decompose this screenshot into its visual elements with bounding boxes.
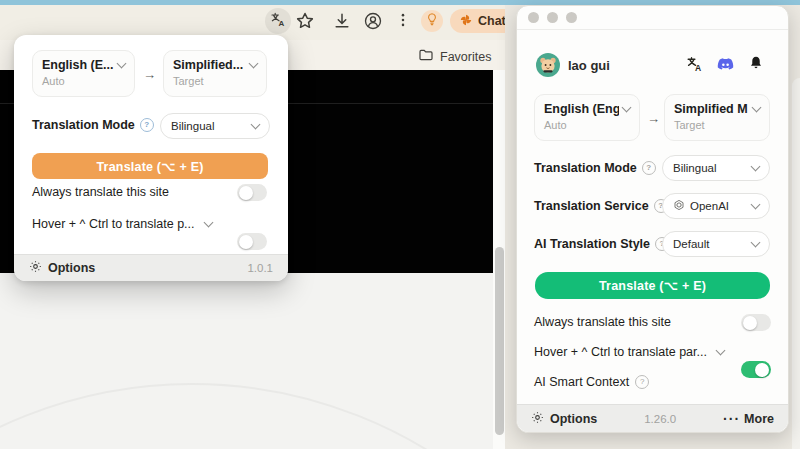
translate-extension-button[interactable]: A: [265, 8, 291, 34]
translation-mode-label: Translation Mode ?: [32, 118, 154, 132]
ai-style-select[interactable]: Default: [662, 231, 770, 257]
translation-service-select[interactable]: OpenAI: [662, 193, 770, 219]
target-language-sub: Target: [173, 75, 257, 87]
page-background: [0, 273, 505, 449]
info-icon[interactable]: ?: [635, 375, 649, 389]
chevron-down-icon: [251, 120, 261, 130]
hover-translate-label: Hover + ^ Ctrl to translate par...: [534, 345, 724, 359]
favorites-folder[interactable]: Favorites: [418, 47, 491, 66]
extension-popup: English (E... Auto → Simplified... Targe…: [14, 35, 288, 281]
chevron-down-icon[interactable]: [203, 218, 213, 228]
star-icon: [295, 11, 315, 35]
info-icon[interactable]: ?: [642, 161, 656, 175]
translate-button[interactable]: Translate (⌥ + E): [32, 153, 268, 179]
chevron-down-icon: [751, 238, 761, 248]
target-language-selector[interactable]: Simplified M Target: [664, 94, 770, 141]
profile-icon: [363, 11, 383, 35]
translate-icon: A: [686, 55, 703, 76]
chat-button-label: Chat: [478, 14, 506, 28]
notifications-button[interactable]: [748, 55, 764, 75]
folder-icon: [418, 47, 434, 66]
chevron-down-icon[interactable]: [716, 346, 726, 356]
version-label: 1.0.1: [247, 262, 273, 274]
favorites-label: Favorites: [440, 50, 491, 64]
source-language-selector[interactable]: English (Eng Auto: [534, 94, 640, 141]
chevron-down-icon: [622, 103, 632, 113]
discord-button[interactable]: [716, 55, 735, 78]
openai-icon: [673, 199, 685, 213]
target-language-sub: Target: [674, 119, 760, 131]
right-page-edge: [792, 78, 800, 449]
download-icon: [332, 11, 352, 35]
translate-button[interactable]: Translate (⌥ + E): [535, 272, 770, 299]
always-translate-label: Always translate this site: [534, 315, 671, 329]
chevron-down-icon: [249, 59, 259, 69]
profile-button[interactable]: [363, 11, 383, 35]
chevron-down-icon: [117, 59, 127, 69]
always-translate-toggle[interactable]: [741, 314, 771, 331]
translation-mode-label: Translation Mode ?: [534, 161, 656, 175]
traffic-light-close[interactable]: [528, 12, 539, 23]
source-language-sub: Auto: [544, 119, 630, 131]
downloads-button[interactable]: [332, 11, 352, 35]
source-language-name: English (E...: [42, 58, 114, 72]
chevron-down-icon: [752, 103, 762, 113]
popup-footer: Options 1.0.1: [14, 254, 288, 281]
screen: A Chat Favorites: [0, 0, 800, 449]
hover-translate-toggle[interactable]: [237, 233, 267, 250]
always-translate-toggle[interactable]: [237, 184, 267, 201]
more-dots-icon: ···: [723, 411, 740, 427]
svg-text:A: A: [278, 19, 284, 27]
target-language-name: Simplified...: [173, 58, 243, 72]
arrow-right-icon: →: [647, 111, 660, 126]
app-window: lao gui A English (Eng Auto →: [516, 5, 789, 433]
translate-aa-button[interactable]: A: [686, 55, 703, 76]
kebab-menu-icon: [394, 11, 412, 33]
chevron-down-icon: [751, 162, 761, 172]
svg-text:A: A: [695, 63, 701, 72]
user-name: lao gui: [568, 58, 610, 73]
chevron-down-icon: [751, 200, 761, 210]
gear-icon: [29, 260, 42, 276]
source-language-selector[interactable]: English (E... Auto: [32, 50, 135, 97]
hover-translate-toggle[interactable]: [741, 361, 771, 378]
lightbulb-button[interactable]: [421, 10, 443, 32]
bookmark-star-button[interactable]: [295, 11, 315, 35]
translate-icon: A: [270, 11, 286, 31]
source-language-sub: Auto: [42, 75, 125, 87]
avatar[interactable]: [536, 53, 560, 77]
translation-service-label: Translation Service ?: [534, 199, 668, 213]
target-language-selector[interactable]: Simplified... Target: [163, 50, 267, 97]
options-button[interactable]: Options: [29, 260, 95, 276]
translation-mode-select[interactable]: Bilingual: [662, 155, 770, 181]
panel-footer: Options 1.26.0 ··· More: [517, 404, 788, 432]
browser-menu-button[interactable]: [394, 11, 412, 33]
arrow-right-icon: →: [143, 67, 156, 82]
more-button[interactable]: ··· More: [723, 411, 774, 427]
source-language-name: English (Eng: [544, 102, 619, 116]
traffic-light-minimize[interactable]: [547, 12, 558, 23]
ai-style-label: AI Translation Style ?: [534, 237, 669, 251]
target-language-name: Simplified M: [674, 102, 748, 116]
titlebar: [517, 6, 788, 30]
options-button[interactable]: Options: [531, 411, 597, 427]
decorative-ring: [0, 383, 505, 449]
discord-icon: [716, 55, 735, 78]
page-scrollbar-thumb[interactable]: [495, 247, 504, 435]
version-label: 1.26.0: [644, 413, 676, 425]
traffic-light-zoom[interactable]: [566, 12, 577, 23]
ai-smart-context-label: AI Smart Context ?: [534, 375, 649, 389]
always-translate-label: Always translate this site: [32, 185, 169, 199]
info-icon[interactable]: ?: [140, 118, 154, 132]
hover-translate-label: Hover + ^ Ctrl to translate p...: [32, 217, 212, 231]
gear-icon: [531, 411, 544, 427]
translation-mode-select[interactable]: Bilingual: [160, 113, 270, 139]
chat-logo-icon: [459, 13, 473, 30]
bell-icon: [748, 55, 764, 75]
lightbulb-icon: [425, 12, 439, 30]
